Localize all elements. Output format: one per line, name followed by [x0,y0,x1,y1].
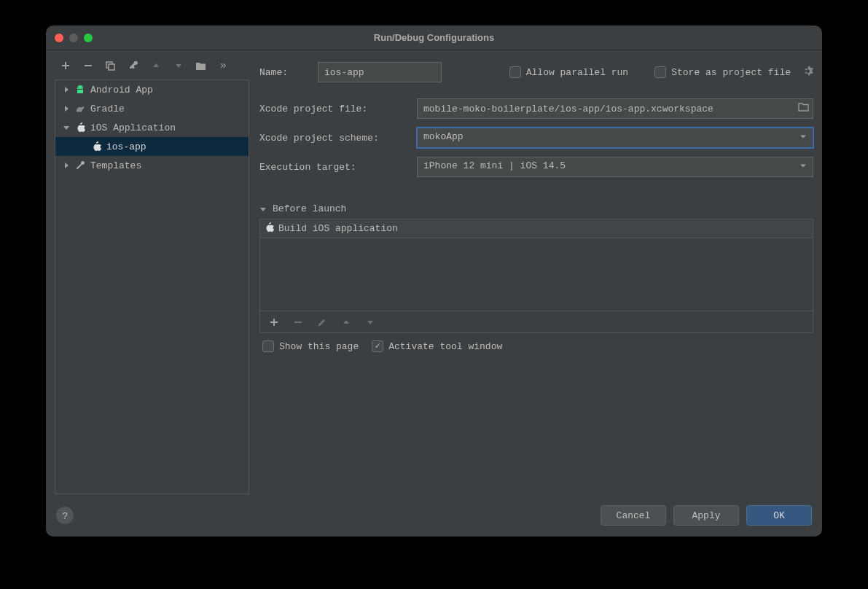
add-task-button[interactable] [267,316,280,328]
xcode-file-label: Xcode project file: [259,104,410,114]
apply-button[interactable]: Apply [673,505,739,526]
show-page-group: Show this page [262,340,359,352]
move-down-button[interactable] [172,60,184,72]
exec-target-row: Execution target: iPhone 12 mini | iOS 1… [259,152,813,182]
help-button[interactable]: ? [56,507,74,524]
apple-icon [74,122,86,133]
show-page-label: Show this page [279,341,359,352]
cancel-button[interactable]: Cancel [601,505,666,526]
svg-rect-2 [109,64,114,70]
dialog-title: Run/Debug Configurations [374,32,494,43]
move-task-up-button[interactable] [340,316,352,328]
tree-item-android-app[interactable]: Android App [55,80,249,99]
after-options: Show this page Activate tool window [259,340,813,352]
before-launch-header[interactable]: Before launch [259,203,813,219]
allow-parallel-label: Allow parallel run [526,67,628,78]
move-up-button[interactable] [149,60,162,72]
store-project-label: Store as project file [671,67,791,78]
chevron-right-icon [63,86,70,93]
xcode-scheme-value: mokoApp [423,131,464,142]
close-window-button[interactable] [55,34,63,42]
expand-toolbar-button[interactable]: » [217,60,230,72]
tree-item-label: iOS Application [90,122,176,133]
activate-window-label: Activate tool window [388,341,502,352]
exec-target-label: Execution target: [259,162,410,173]
config-toolbar: » [55,55,249,77]
xcode-scheme-label: Xcode project scheme: [259,133,410,144]
remove-task-button[interactable] [292,316,304,328]
maximize-window-button[interactable] [84,34,93,42]
task-row[interactable]: Build iOS application [260,219,813,238]
tree-item-label: Android App [90,85,153,95]
store-project-checkbox[interactable] [654,66,666,78]
task-list: Build iOS application [259,219,813,311]
run-debug-config-dialog: Run/Debug Configurations [46,26,822,537]
tree-item-label: Templates [90,160,141,171]
config-tree: Android App Gradle iOS Application [55,79,249,494]
name-input[interactable] [318,62,442,82]
before-launch-section: Before launch Build iOS application [259,203,813,352]
add-config-button[interactable] [59,60,71,72]
name-row: Name: Allow parallel run Store as projec… [259,58,813,87]
ok-button[interactable]: OK [746,505,812,526]
task-label: Build iOS application [278,223,398,234]
tree-item-templates[interactable]: Templates [55,156,249,175]
tree-item-label: ios-app [106,141,146,152]
apple-icon [265,222,274,235]
tree-item-label: Gradle [90,104,125,114]
chevron-down-icon [259,206,267,213]
gear-icon[interactable] [802,66,813,79]
svg-rect-3 [294,321,302,323]
show-page-checkbox[interactable] [262,340,274,352]
chevron-down-icon [63,124,70,131]
titlebar[interactable]: Run/Debug Configurations [46,26,822,50]
chevron-right-icon [63,105,70,112]
remove-config-button[interactable] [82,60,94,72]
store-project-group: Store as project file [654,66,791,78]
chevron-right-icon [63,162,70,169]
allow-parallel-group: Allow parallel run [509,66,628,78]
activate-window-group: Activate tool window [372,340,502,352]
chevron-down-icon [799,162,807,173]
activate-window-checkbox[interactable] [372,340,383,352]
apple-icon [90,141,102,152]
tree-item-ios-application[interactable]: iOS Application [55,118,249,137]
android-icon [74,84,86,95]
folder-button[interactable] [195,60,207,72]
gradle-icon [74,103,86,114]
edit-templates-button[interactable] [127,60,139,72]
copy-config-button[interactable] [104,60,117,72]
exec-target-combo[interactable]: iPhone 12 mini | iOS 14.5 [417,157,813,177]
xcode-scheme-combo[interactable]: mokoApp [417,128,813,148]
exec-target-value: iPhone 12 mini | iOS 14.5 [423,160,566,171]
minimize-window-button[interactable] [69,34,78,42]
chevron-down-icon [799,133,807,144]
xcode-scheme-row: Xcode project scheme: mokoApp [259,123,813,152]
xcode-file-input[interactable] [417,98,813,119]
tree-item-ios-app[interactable]: ios-app [55,137,249,156]
edit-task-button[interactable] [316,316,328,328]
browse-folder-icon[interactable] [798,103,809,114]
xcode-file-row: Xcode project file: [259,94,813,123]
task-toolbar [259,311,813,333]
left-panel: » Android App Gradle [55,55,249,494]
before-launch-title: Before launch [273,203,346,214]
tree-item-gradle[interactable]: Gradle [55,99,249,118]
dialog-footer: ? Cancel Apply OK [46,494,822,537]
move-task-down-button[interactable] [364,316,376,328]
svg-rect-0 [85,65,92,66]
dialog-content: » Android App Gradle [46,50,822,494]
window-controls [55,34,93,42]
right-panel: Name: Allow parallel run Store as projec… [249,55,813,494]
wrench-icon [74,160,86,171]
name-label: Name: [259,67,310,78]
allow-parallel-checkbox[interactable] [509,66,521,78]
